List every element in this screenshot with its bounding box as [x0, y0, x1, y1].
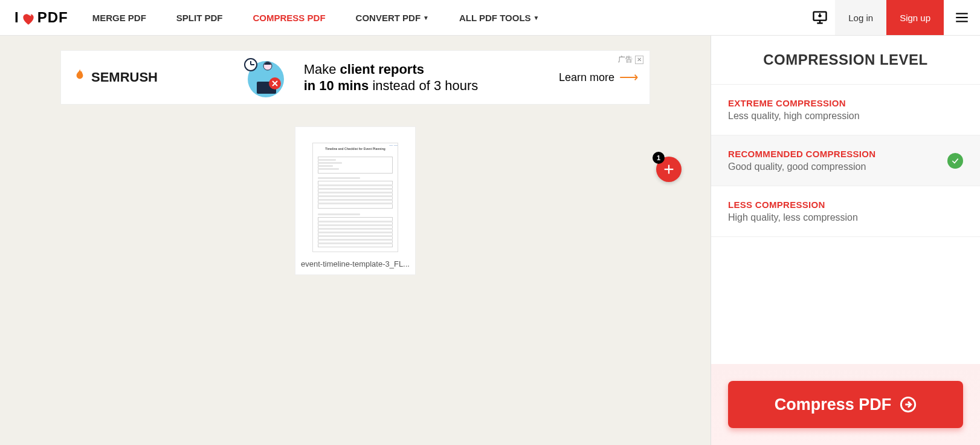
main-nav: MERGE PDF SPLIT PDF COMPRESS PDF CONVERT… [92, 13, 805, 23]
header: I PDF MERGE PDF SPLIT PDF COMPRESS PDF C… [0, 0, 980, 36]
nav-alltools-label: ALL PDF TOOLS [459, 13, 531, 23]
sidebar-title: COMPRESSION LEVEL [711, 36, 980, 85]
file-card[interactable]: — — Timeline and Checklist for Event Pla… [295, 126, 416, 275]
option-less[interactable]: LESS COMPRESSION High quality, less comp… [711, 186, 980, 237]
option-desc: Less quality, high compression [728, 111, 860, 122]
ad-brand-text: SEMRUSH [91, 70, 158, 85]
ad-center: Make client reports in 10 mins instead o… [239, 56, 479, 99]
file-name: event-timeline-template-3_FL... [301, 259, 410, 268]
logo-text-right: PDF [37, 9, 68, 26]
nav-alltools[interactable]: ALL PDF TOOLS ▼ [459, 13, 540, 23]
ad-badge[interactable]: 广告 ✕ [618, 54, 643, 65]
nav-convert[interactable]: CONVERT PDF ▼ [356, 13, 429, 23]
nav-split[interactable]: SPLIT PDF [176, 13, 223, 23]
ad-brand: SEMRUSH [72, 68, 158, 88]
ad-cta-text: Learn more [559, 71, 614, 84]
ad-text: Make client reports in 10 mins instead o… [304, 61, 479, 94]
logo[interactable]: I PDF [15, 8, 68, 27]
login-button[interactable]: Log in [835, 0, 886, 35]
file-area: — — Timeline and Checklist for Event Pla… [295, 126, 416, 275]
nav-merge[interactable]: MERGE PDF [92, 13, 146, 23]
arrow-right-icon: ⟶ [619, 70, 639, 85]
signup-button[interactable]: Sign up [886, 0, 944, 35]
option-recommended[interactable]: RECOMMENDED COMPRESSION Good quality, go… [711, 135, 980, 186]
option-label: LESS COMPRESSION [728, 200, 858, 210]
ad-cta[interactable]: Learn more ⟶ [559, 70, 639, 85]
nav-compress[interactable]: COMPRESS PDF [253, 13, 326, 23]
nav-convert-label: CONVERT PDF [356, 13, 421, 23]
option-desc: High quality, less compression [728, 212, 858, 223]
add-file-button[interactable]: 1 [656, 157, 682, 182]
check-icon [947, 153, 963, 169]
option-desc: Good quality, good compression [728, 161, 875, 172]
option-label: RECOMMENDED COMPRESSION [728, 149, 875, 159]
option-label: EXTREME COMPRESSION [728, 98, 860, 108]
ad-illustration [239, 56, 293, 99]
thumb-decor: Timeline and Checklist for Event Plannin… [313, 147, 398, 150]
heart-icon [21, 8, 36, 27]
sidebar: COMPRESSION LEVEL EXTREME COMPRESSION Le… [711, 36, 980, 445]
compress-button-label: Compress PDF [775, 395, 892, 414]
menu-icon[interactable] [944, 0, 980, 35]
workspace: SEMRUSH [0, 36, 711, 445]
option-extreme[interactable]: EXTREME COMPRESSION Less quality, high c… [711, 85, 980, 135]
chevron-down-icon: ▼ [534, 15, 540, 21]
desktop-download-icon[interactable] [805, 0, 835, 35]
close-icon[interactable]: ✕ [635, 56, 643, 64]
fire-icon [72, 68, 88, 88]
compress-button[interactable]: Compress PDF [728, 381, 963, 428]
logo-text-left: I [15, 9, 19, 26]
main: SEMRUSH [0, 36, 980, 445]
file-count-badge: 1 [653, 152, 665, 164]
ad-banner[interactable]: SEMRUSH [60, 50, 650, 105]
file-thumbnail: — — Timeline and Checklist for Event Pla… [312, 143, 398, 252]
sidebar-footer: Compress PDF [711, 364, 980, 445]
header-right: Log in Sign up [805, 0, 980, 35]
chevron-down-icon: ▼ [423, 15, 429, 21]
arrow-circle-right-icon [900, 396, 917, 413]
